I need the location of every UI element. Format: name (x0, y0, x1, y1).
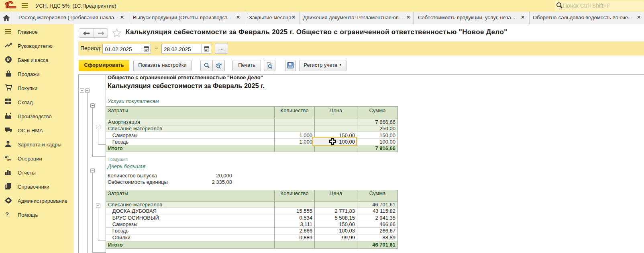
svg-text:₽: ₽ (7, 57, 10, 62)
svg-text:?: ? (5, 211, 9, 218)
svg-text:Кт: Кт (7, 158, 11, 162)
